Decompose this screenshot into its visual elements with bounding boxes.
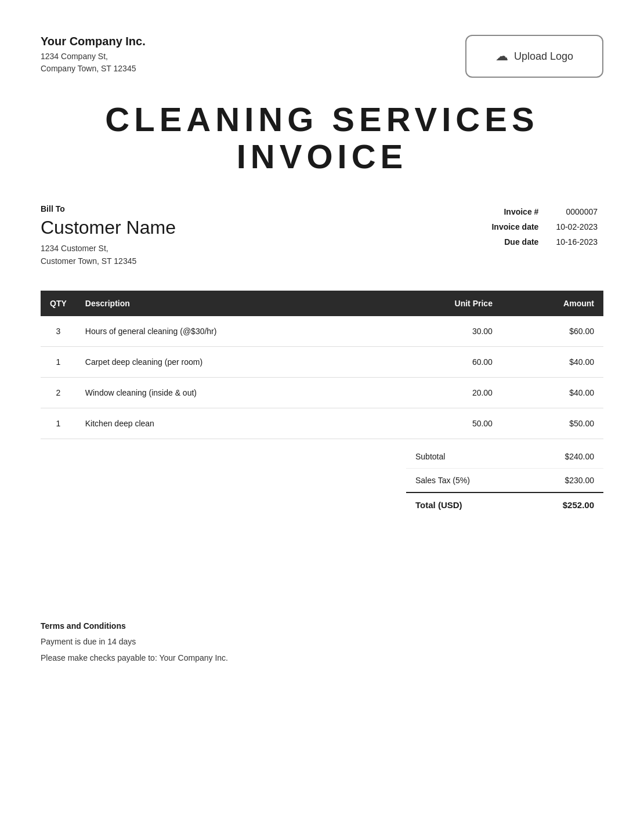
terms-line1: Payment is due in 14 days	[41, 635, 603, 649]
bill-to-label: Bill To	[41, 204, 176, 213]
invoice-number-label: Invoice #	[486, 204, 550, 219]
row-qty: 1	[41, 347, 76, 378]
table-row: 3 Hours of general cleaning (@$30/hr) 30…	[41, 316, 603, 347]
customer-name: Customer Name	[41, 217, 176, 238]
row-amount: $60.00	[502, 316, 603, 347]
row-qty: 1	[41, 408, 76, 439]
row-description: Carpet deep cleaning (per room)	[76, 347, 385, 378]
row-unit-price: 20.00	[385, 378, 502, 408]
row-qty: 3	[41, 316, 76, 347]
company-address-line1: 1234 Company St,	[41, 52, 108, 61]
row-unit-price: 50.00	[385, 408, 502, 439]
table-header-row: QTY Description Unit Price Amount	[41, 291, 603, 316]
row-amount: $40.00	[502, 378, 603, 408]
invoice-meta: Invoice # 0000007 Invoice date 10-02-202…	[486, 204, 603, 249]
col-header-unit-price: Unit Price	[385, 291, 502, 316]
table-row: 1 Kitchen deep clean 50.00 $50.00	[41, 408, 603, 439]
table-row: 1 Carpet deep cleaning (per room) 60.00 …	[41, 347, 603, 378]
subtotal-value: $240.00	[523, 445, 603, 469]
tax-label: Sales Tax (5%)	[406, 469, 523, 493]
table-row: 2 Window cleaning (inside & out) 20.00 $…	[41, 378, 603, 408]
row-amount: $50.00	[502, 408, 603, 439]
terms-section: Terms and Conditions Payment is due in 1…	[41, 621, 603, 665]
due-date-label: Due date	[486, 234, 550, 249]
items-table: QTY Description Unit Price Amount 3 Hour…	[41, 291, 603, 439]
totals-table: Subtotal $240.00 Sales Tax (5%) $230.00 …	[406, 445, 603, 517]
invoice-title: CLEANING SERVICES INVOICE	[41, 101, 603, 175]
due-date-value: 10-16-2023	[550, 234, 603, 249]
row-amount: $40.00	[502, 347, 603, 378]
subtotal-label: Subtotal	[406, 445, 523, 469]
invoice-number-value: 0000007	[550, 204, 603, 219]
bill-section: Bill To Customer Name 1234 Customer St, …	[41, 204, 603, 268]
row-unit-price: 60.00	[385, 347, 502, 378]
row-description: Kitchen deep clean	[76, 408, 385, 439]
company-info: Your Company Inc. 1234 Company St, Compa…	[41, 35, 146, 75]
subtotal-row: Subtotal $240.00	[406, 445, 603, 469]
row-description: Window cleaning (inside & out)	[76, 378, 385, 408]
customer-address-line2: Customer Town, ST 12345	[41, 256, 136, 266]
upload-logo-label: Upload Logo	[514, 50, 573, 63]
tax-row: Sales Tax (5%) $230.00	[406, 469, 603, 493]
total-label: Total (USD)	[406, 492, 523, 517]
invoice-date-label: Invoice date	[486, 219, 550, 234]
company-address-line2: Company Town, ST 12345	[41, 64, 136, 73]
bill-to-block: Bill To Customer Name 1234 Customer St, …	[41, 204, 176, 268]
col-header-description: Description	[76, 291, 385, 316]
col-header-qty: QTY	[41, 291, 76, 316]
col-header-amount: Amount	[502, 291, 603, 316]
company-name: Your Company Inc.	[41, 35, 146, 48]
terms-title: Terms and Conditions	[41, 621, 603, 631]
customer-address-line1: 1234 Customer St,	[41, 244, 108, 253]
customer-address: 1234 Customer St, Customer Town, ST 1234…	[41, 242, 176, 268]
terms-line2: Please make checks payable to: Your Comp…	[41, 651, 603, 665]
invoice-date-value: 10-02-2023	[550, 219, 603, 234]
row-unit-price: 30.00	[385, 316, 502, 347]
cloud-upload-icon: ☁	[495, 49, 508, 64]
totals-section: Subtotal $240.00 Sales Tax (5%) $230.00 …	[41, 445, 603, 517]
total-value: $252.00	[523, 492, 603, 517]
row-qty: 2	[41, 378, 76, 408]
upload-logo-button[interactable]: ☁ Upload Logo	[465, 35, 603, 78]
header-section: Your Company Inc. 1234 Company St, Compa…	[41, 35, 603, 78]
tax-value: $230.00	[523, 469, 603, 493]
row-description: Hours of general cleaning (@$30/hr)	[76, 316, 385, 347]
total-row: Total (USD) $252.00	[406, 492, 603, 517]
company-address: 1234 Company St, Company Town, ST 12345	[41, 50, 146, 75]
